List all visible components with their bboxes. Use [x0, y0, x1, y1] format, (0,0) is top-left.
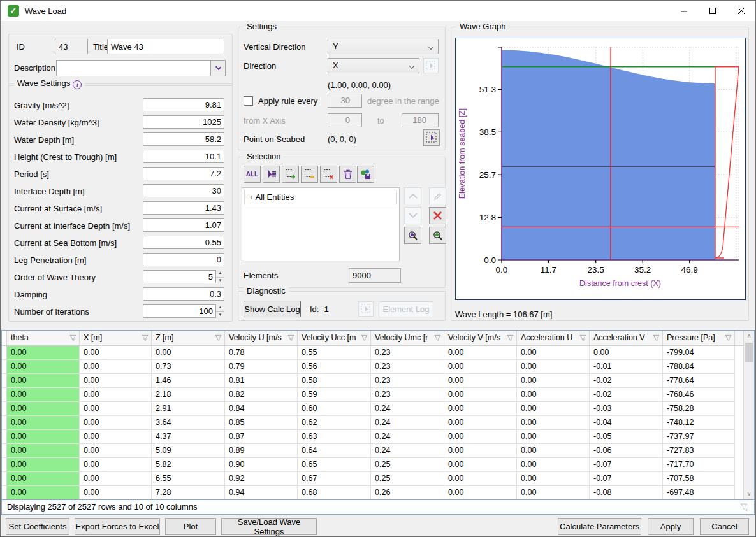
filter-icon[interactable] — [725, 334, 732, 342]
table-cell[interactable]: 1.46 — [152, 374, 225, 388]
column-header[interactable]: Velocity Umc [r — [371, 331, 444, 345]
table-cell[interactable]: 0.00 — [444, 416, 517, 430]
setting-input[interactable] — [143, 132, 224, 146]
column-header[interactable]: Pressure [Pa] — [663, 331, 735, 345]
setting-input[interactable] — [143, 150, 224, 163]
table-cell[interactable]: -0.05 — [590, 430, 663, 444]
table-cell[interactable]: 0.00 — [80, 458, 152, 472]
theta-cell[interactable]: 0.00 — [7, 430, 80, 444]
table-cell[interactable]: 0.56 — [298, 360, 371, 374]
theta-cell[interactable]: 0.00 — [7, 388, 80, 402]
setting-input[interactable] — [143, 304, 224, 318]
filter-icon[interactable] — [361, 334, 368, 342]
table-cell[interactable]: 0.92 — [225, 472, 298, 486]
table-cell[interactable]: 0.00 — [517, 430, 590, 444]
setting-input[interactable] — [143, 253, 224, 266]
theta-cell[interactable]: 0.00 — [7, 444, 80, 458]
row-header-strip[interactable] — [2, 374, 7, 388]
row-header-strip[interactable] — [2, 346, 7, 360]
table-cell[interactable]: 0.00 — [444, 402, 517, 416]
row-header-strip[interactable] — [2, 458, 7, 472]
column-header[interactable]: Acceleration U — [517, 331, 590, 345]
table-cell[interactable]: 6.55 — [152, 472, 225, 486]
setting-input[interactable] — [143, 98, 224, 111]
title-field[interactable] — [107, 39, 224, 54]
theta-cell[interactable]: 0.00 — [7, 458, 80, 472]
table-cell[interactable]: 0.90 — [225, 458, 298, 472]
table-cell[interactable]: 0.25 — [371, 472, 444, 486]
table-cell[interactable]: 0.25 — [371, 458, 444, 472]
table-cell[interactable]: 0.65 — [298, 458, 371, 472]
table-cell[interactable]: 0.00 — [80, 360, 152, 374]
table-cell[interactable]: 0.00 — [590, 346, 663, 360]
table-cell[interactable]: 0.26 — [371, 486, 444, 500]
setting-input[interactable] — [143, 115, 224, 129]
table-cell[interactable]: -0.04 — [590, 416, 663, 430]
table-cell[interactable]: 0.87 — [225, 430, 298, 444]
show-calc-log-button[interactable]: Show Calc Log — [244, 301, 301, 317]
table-cell[interactable]: 0.00 — [444, 472, 517, 486]
table-cell[interactable]: -707.58 — [663, 472, 735, 486]
table-cell[interactable]: -799.04 — [663, 346, 735, 360]
table-cell[interactable]: 0.78 — [225, 346, 298, 360]
table-cell[interactable]: 0.00 — [517, 472, 590, 486]
row-header-strip[interactable] — [2, 360, 7, 374]
table-cell[interactable]: 0.62 — [298, 416, 371, 430]
filter-icon[interactable] — [653, 334, 660, 342]
entities-list[interactable]: + All Entities — [242, 187, 400, 261]
table-cell[interactable]: -0.07 — [590, 472, 663, 486]
table-cell[interactable]: 0.00 — [80, 444, 152, 458]
column-header[interactable]: X [m] — [80, 331, 152, 345]
table-cell[interactable]: 0.00 — [517, 444, 590, 458]
close-button[interactable] — [727, 1, 755, 21]
table-cell[interactable]: 0.00 — [517, 486, 590, 500]
table-cell[interactable]: -778.64 — [663, 374, 735, 388]
column-header[interactable]: Velocity Ucc [m — [298, 331, 371, 345]
select-all-button[interactable]: ALL — [244, 166, 261, 183]
table-cell[interactable]: 0.00 — [444, 444, 517, 458]
table-cell[interactable]: 0.00 — [444, 346, 517, 360]
row-header-strip[interactable] — [2, 402, 7, 416]
save-selection-button[interactable] — [357, 166, 374, 183]
table-cell[interactable]: 0.00 — [444, 374, 517, 388]
from-angle-stepper[interactable]: 0 — [328, 113, 362, 127]
setting-input[interactable] — [143, 287, 224, 301]
table-cell[interactable]: 0.81 — [225, 374, 298, 388]
table-cell[interactable]: 0.24 — [371, 444, 444, 458]
table-cell[interactable]: 0.64 — [298, 444, 371, 458]
pick-seabed-point-button[interactable] — [423, 129, 440, 146]
table-cell[interactable]: 0.24 — [371, 402, 444, 416]
row-header-strip[interactable] — [2, 430, 7, 444]
filter-icon[interactable] — [287, 334, 294, 342]
set-coefficients-button[interactable]: Set Coefficients — [6, 518, 69, 535]
table-cell[interactable]: 0.00 — [80, 486, 152, 500]
table-cell[interactable]: 0.24 — [371, 430, 444, 444]
minimize-button[interactable] — [669, 1, 698, 21]
scroll-down-icon[interactable]: ∨ — [744, 489, 754, 499]
table-cell[interactable]: -0.02 — [590, 374, 663, 388]
description-dropdown-button[interactable] — [210, 61, 225, 76]
setting-input[interactable] — [143, 218, 224, 232]
table-cell[interactable]: 0.73 — [152, 360, 225, 374]
stepper-arrows[interactable]: ▲▼ — [215, 270, 224, 283]
table-cell[interactable]: -758.28 — [663, 402, 735, 416]
table-cell[interactable]: 0.00 — [80, 346, 152, 360]
plot-button[interactable]: Plot — [165, 518, 216, 535]
table-cell[interactable]: 0.00 — [80, 388, 152, 402]
theta-cell[interactable]: 0.00 — [7, 416, 80, 430]
theta-cell[interactable]: 0.00 — [7, 486, 80, 500]
setting-input[interactable] — [143, 167, 224, 180]
theta-cell[interactable]: 0.00 — [7, 402, 80, 416]
table-cell[interactable]: 0.85 — [225, 416, 298, 430]
filter-icon[interactable] — [142, 334, 149, 342]
filter-icon[interactable] — [215, 334, 222, 342]
table-cell[interactable]: 5.09 — [152, 444, 225, 458]
table-cell[interactable]: 0.00 — [80, 416, 152, 430]
table-cell[interactable]: 0.94 — [225, 486, 298, 500]
table-cell[interactable]: 0.00 — [444, 388, 517, 402]
add-selection-button[interactable] — [282, 166, 299, 183]
table-cell[interactable]: -748.12 — [663, 416, 735, 430]
row-header-strip[interactable] — [2, 416, 7, 430]
clear-selection-button[interactable] — [320, 166, 337, 183]
list-item[interactable]: + All Entities — [244, 190, 397, 204]
